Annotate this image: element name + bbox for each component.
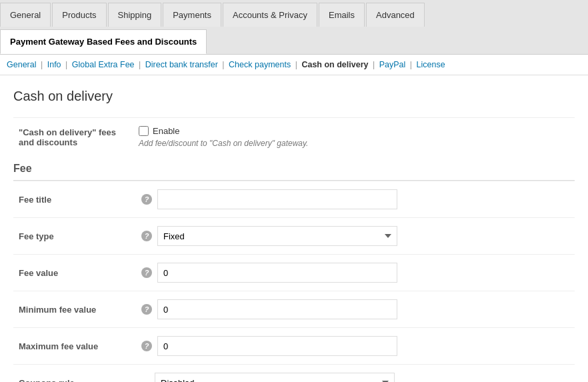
fee-value-help-icon[interactable]: ? — [141, 267, 152, 278]
cod-field-cell: Enable Add fee/discount to "Cash on deli… — [133, 118, 575, 157]
fee-type-help-icon[interactable]: ? — [141, 231, 152, 241]
min-fee-help-icon[interactable]: ? — [141, 304, 152, 315]
max-fee-input[interactable] — [157, 336, 397, 356]
enable-checkbox[interactable] — [139, 126, 149, 136]
coupons-rule-label: Coupons rule — [13, 365, 133, 383]
subnav-general[interactable]: General — [7, 60, 36, 69]
min-fee-row: Minimum fee value ? — [13, 291, 575, 328]
coupons-rule-cell: Disabled Enabled — [133, 365, 575, 383]
tab-products[interactable]: Products — [52, 3, 106, 27]
fee-value-label: Fee value — [13, 255, 133, 291]
tab-shipping[interactable]: Shipping — [108, 3, 162, 27]
page-content: Cash on delivery "Cash on delivery" fees… — [0, 75, 588, 382]
fee-type-row: Fee type ? Fixed Percentage — [13, 218, 575, 255]
tab-general[interactable]: General — [0, 3, 51, 27]
subnav-license[interactable]: License — [417, 60, 445, 69]
tab-payment-gateway[interactable]: Payment Gateway Based Fees and Discounts — [0, 29, 207, 54]
cod-row: "Cash on delivery" fees and discounts En… — [13, 118, 575, 157]
max-fee-row: Maximum fee value ? — [13, 328, 575, 365]
subnav-direct-bank[interactable]: Direct bank transfer — [145, 60, 218, 69]
coupons-rule-row: Coupons rule Disabled Enabled — [13, 365, 575, 383]
max-fee-help-icon[interactable]: ? — [141, 341, 152, 351]
fee-value-cell: ? — [133, 255, 575, 291]
subnav-paypal[interactable]: PayPal — [379, 60, 406, 69]
min-fee-cell: ? — [133, 291, 575, 328]
subnav-info[interactable]: Info — [47, 60, 61, 69]
page-title: Cash on delivery — [13, 89, 575, 104]
tabs-bar: General Products Shipping Payments Accou… — [0, 0, 588, 55]
cod-helper-text: Add fee/discount to "Cash on delivery" g… — [139, 139, 569, 148]
sub-navigation: General | Info | Global Extra Fee | Dire… — [0, 55, 588, 75]
tab-emails[interactable]: Emails — [319, 3, 365, 27]
subnav-global-extra-fee[interactable]: Global Extra Fee — [72, 60, 135, 69]
tab-advanced[interactable]: Advanced — [366, 3, 425, 27]
enable-cell: Enable Add fee/discount to "Cash on deli… — [139, 126, 569, 148]
fee-title-cell: ? — [133, 181, 575, 218]
fee-section-heading: Fee — [13, 156, 575, 181]
fee-section-table: Fee title ? Fee type ? Fixed Percentage — [13, 181, 575, 382]
tab-accounts-privacy[interactable]: Accounts & Privacy — [223, 3, 317, 27]
max-fee-cell: ? — [133, 328, 575, 365]
fee-title-row: Fee title ? — [13, 181, 575, 218]
subnav-check-payments[interactable]: Check payments — [229, 60, 291, 69]
fee-value-row: Fee value ? — [13, 255, 575, 291]
min-fee-label: Minimum fee value — [13, 291, 133, 328]
fee-type-select[interactable]: Fixed Percentage — [157, 226, 397, 246]
fee-value-input[interactable] — [157, 263, 397, 283]
fee-title-label: Fee title — [13, 181, 133, 218]
cod-label: "Cash on delivery" fees and discounts — [13, 118, 133, 157]
max-fee-label: Maximum fee value — [13, 328, 133, 365]
subnav-cash-on-delivery[interactable]: Cash on delivery — [301, 60, 368, 69]
enable-label[interactable]: Enable — [139, 126, 569, 136]
coupons-rule-select[interactable]: Disabled Enabled — [155, 373, 395, 382]
fee-title-help-icon[interactable]: ? — [141, 194, 152, 205]
fee-type-cell: ? Fixed Percentage — [133, 218, 575, 255]
fee-type-label: Fee type — [13, 218, 133, 255]
fee-title-input[interactable] — [157, 189, 397, 209]
tab-payments[interactable]: Payments — [163, 3, 221, 27]
enable-text: Enable — [153, 126, 179, 136]
cod-section-table: "Cash on delivery" fees and discounts En… — [13, 117, 575, 156]
min-fee-input[interactable] — [157, 299, 397, 319]
